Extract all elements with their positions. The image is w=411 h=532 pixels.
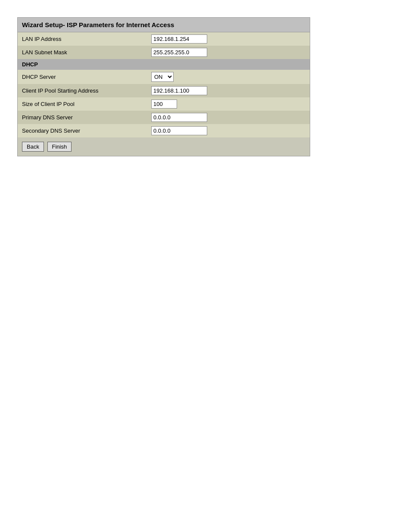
- buttons-cell: Back Finish: [18, 137, 310, 156]
- primary-dns-server-input[interactable]: [151, 113, 207, 122]
- size-of-client-ip-pool-label: Size of Client IP Pool: [18, 97, 147, 111]
- secondary-dns-server-label: Secondary DNS Server: [18, 124, 147, 137]
- lan-ip-address-label: LAN IP Address: [18, 32, 147, 46]
- back-button[interactable]: Back: [22, 142, 44, 152]
- buttons-row: Back Finish: [18, 137, 310, 156]
- lan-ip-address-row: LAN IP Address: [18, 32, 310, 46]
- size-of-client-ip-pool-cell: [147, 97, 310, 111]
- page-title-text: Wizard Setup- ISP Parameters for Interne…: [22, 21, 174, 28]
- dhcp-section-label: DHCP: [18, 59, 310, 70]
- form-table: LAN IP Address LAN Subnet Mask DHCP DHCP…: [18, 32, 310, 156]
- dhcp-server-cell: ON OFF: [147, 70, 310, 84]
- secondary-dns-server-cell: [147, 124, 310, 137]
- primary-dns-server-cell: [147, 111, 310, 124]
- client-ip-pool-starting-address-label: Client IP Pool Starting Address: [18, 84, 147, 97]
- secondary-dns-server-row: Secondary DNS Server: [18, 124, 310, 137]
- lan-subnet-mask-input[interactable]: [151, 48, 207, 57]
- primary-dns-server-label: Primary DNS Server: [18, 111, 147, 124]
- lan-subnet-mask-label: LAN Subnet Mask: [18, 46, 147, 59]
- client-ip-pool-starting-address-cell: [147, 84, 310, 97]
- size-of-client-ip-pool-row: Size of Client IP Pool: [18, 97, 310, 111]
- dhcp-server-select[interactable]: ON OFF: [151, 72, 174, 82]
- lan-ip-address-cell: [147, 32, 310, 46]
- secondary-dns-server-input[interactable]: [151, 126, 207, 135]
- dhcp-server-row: DHCP Server ON OFF: [18, 70, 310, 84]
- wizard-title: Wizard Setup- ISP Parameters for Interne…: [18, 18, 310, 32]
- client-ip-pool-starting-address-input[interactable]: [151, 86, 207, 95]
- lan-subnet-mask-row: LAN Subnet Mask: [18, 46, 310, 59]
- primary-dns-server-row: Primary DNS Server: [18, 111, 310, 124]
- lan-subnet-mask-cell: [147, 46, 310, 59]
- dhcp-server-label: DHCP Server: [18, 70, 147, 84]
- lan-ip-address-input[interactable]: [151, 34, 207, 44]
- size-of-client-ip-pool-input[interactable]: [151, 100, 177, 109]
- wizard-container: Wizard Setup- ISP Parameters for Interne…: [17, 17, 310, 156]
- client-ip-pool-starting-address-row: Client IP Pool Starting Address: [18, 84, 310, 97]
- finish-button[interactable]: Finish: [47, 142, 72, 152]
- dhcp-section-header-row: DHCP: [18, 59, 310, 70]
